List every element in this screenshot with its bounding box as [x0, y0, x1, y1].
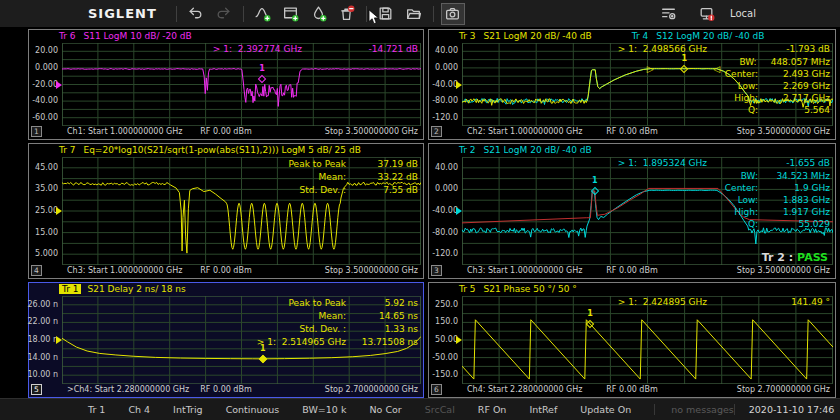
marker-1-label: 1 — [682, 55, 688, 63]
marker-1-label: 1 — [259, 65, 265, 73]
bandwidth-marker: ◁ — [713, 64, 720, 73]
add-trace-icon — [254, 5, 271, 22]
window-number[interactable]: 2 — [431, 126, 442, 137]
status-rf-output[interactable]: RF On — [478, 404, 507, 415]
window-number[interactable]: 1 — [31, 126, 42, 137]
trace-5-label[interactable]: Tr 5 — [459, 284, 475, 294]
status-active-trace[interactable]: Tr 1 — [88, 404, 105, 415]
y-tick: 45.00 — [18, 163, 58, 172]
add-window-icon — [282, 5, 299, 22]
bandwidth-marker: ▷ — [647, 64, 654, 73]
y-tick: 25.00 — [18, 206, 58, 215]
trace-window-1[interactable]: Tr 6S11 LogM 10 dB/ -20 dB 20.00 0.000 -… — [28, 29, 424, 140]
redo-icon — [215, 5, 232, 22]
trace-7-format: Eq=20*log10(S21/sqrt(1-pow(abs(S11),2)))… — [83, 145, 360, 155]
marker-readout: > 1: 2.498566 GHz-1.793 dB — [618, 44, 830, 54]
marker-1-label: 1 — [260, 345, 266, 353]
trace-window-2[interactable]: Tr 3S21 LogM 20 dB/ -40 dB Tr 4S12 LogM … — [428, 29, 836, 140]
add-window-button[interactable] — [279, 3, 303, 25]
grid-and-traces-svg — [462, 296, 833, 384]
y-tick: 18.00 n — [18, 335, 58, 344]
trace-window-6[interactable]: Tr 5S21 Phase 50 °/ 50 ° 250.0 150.0 50.… — [428, 282, 836, 398]
trace-4-label[interactable]: Tr 4 — [632, 31, 648, 41]
mouse-cursor — [368, 9, 379, 25]
screenshot-button[interactable] — [441, 3, 465, 25]
window-6-title: Tr 5S21 Phase 50 °/ 50 ° — [429, 283, 835, 296]
status-sweep-mode[interactable]: Continuous — [226, 404, 280, 415]
channel-footer: >Ch4: Start 2.280000000 GHzRF 0.00 dBmSt… — [29, 384, 423, 397]
trace-display-area: Tr 6S11 LogM 10 dB/ -20 dB 20.00 0.000 -… — [0, 27, 840, 398]
delete-button[interactable] — [335, 3, 359, 25]
add-marker-button[interactable] — [307, 3, 331, 25]
system-menu-button[interactable] — [656, 3, 680, 25]
status-reference[interactable]: IntRef — [529, 404, 557, 415]
trace-2-label[interactable]: Tr 2 — [459, 145, 475, 155]
trace-window-5-active[interactable]: Tr 1S21 Delay 2 ns/ 18 ns 26.00 n 22.00 … — [28, 282, 424, 398]
network-icon — [698, 5, 715, 22]
open-folder-icon — [405, 5, 422, 22]
message-area: no messages — [654, 404, 734, 415]
trace-window-4[interactable]: Tr 7Eq=20*log10(S21/sqrt(1-pow(abs(S11),… — [28, 143, 424, 279]
trace-7-label[interactable]: Tr 7 — [59, 145, 75, 155]
y-tick: -80.00 — [418, 96, 458, 105]
window-number[interactable]: 4 — [31, 265, 42, 276]
redo-button[interactable] — [212, 3, 236, 25]
y-tick: -50.00 — [418, 353, 458, 362]
status-active-channel[interactable]: Ch 4 — [128, 404, 150, 415]
window-number[interactable]: 3 — [431, 265, 442, 276]
channel-footer: Ch3: Start 1.000000000 GHzRF 0.00 dBmSto… — [29, 265, 423, 278]
plot-area-window-6[interactable]: > 1: 2.424895 GHz141.49 ° 1 — [462, 296, 833, 384]
y-axis-window-5: 26.00 n 22.00 n 18.00 n 14.00 n 10.00 n — [29, 296, 62, 384]
recall-button[interactable] — [402, 3, 426, 25]
plot-area-window-2[interactable]: > 1: 2.498566 GHz-1.793 dB BW:448.057 MH… — [462, 43, 833, 126]
plot-area-window-5[interactable]: Peak to Peak5.92 ns Mean:14.65 ns Std. D… — [62, 296, 421, 384]
limit-test-result: Tr 2 : PASS — [762, 251, 828, 264]
trace-3-label[interactable]: Tr 3 — [459, 31, 475, 41]
status-source-cal[interactable]: SrcCal — [425, 404, 455, 415]
system-menu-icon — [660, 5, 677, 22]
window-2-title: Tr 3S21 LogM 20 dB/ -40 dB Tr 4S12 LogM … — [429, 30, 835, 43]
toolbar-separator — [433, 6, 434, 22]
undo-button[interactable] — [184, 3, 208, 25]
status-if-bandwidth[interactable]: BW=10 k — [302, 404, 346, 415]
window-number[interactable]: 6 — [431, 384, 442, 395]
y-axis-window-1: 20.00 0.000 -20.00 -40.00 -60.00 — [29, 43, 62, 126]
plot-area-window-1[interactable]: > 1: 2.392774 GHz-14.721 dB 1 — [62, 43, 421, 126]
status-update[interactable]: Update On — [580, 404, 631, 415]
trace-5-format: S21 Phase 50 °/ 50 ° — [483, 284, 576, 294]
y-tick: -40.00 — [418, 206, 458, 215]
grid-and-traces-svg — [62, 43, 421, 126]
window-1-title: Tr 6S11 LogM 10 dB/ -20 dB — [29, 30, 423, 43]
y-tick: 250.0 — [418, 300, 458, 309]
plot-area-window-4[interactable]: Peak to Peak37.19 dB Mean:33.22 dB Std. … — [62, 157, 421, 265]
add-trace-button[interactable] — [251, 3, 275, 25]
y-tick: 0.000 — [418, 63, 458, 72]
y-tick: -20.00 — [18, 80, 58, 89]
trace-1-format: S21 Delay 2 ns/ 18 ns — [87, 284, 185, 294]
y-tick: 14.00 n — [18, 353, 58, 362]
y-axis-window-2: 40.00 0.000 -40.00 -80.00 -120.0 — [429, 43, 462, 126]
trace-6-label[interactable]: Tr 6 — [59, 31, 75, 41]
y-tick: 0.000 — [18, 63, 58, 72]
trace-statistics: Peak to Peak5.92 ns Mean:14.65 ns Std. D… — [203, 297, 418, 349]
window-number[interactable]: 5 — [31, 384, 42, 395]
status-correction[interactable]: No Cor — [369, 404, 401, 415]
trace-1-label-active[interactable]: Tr 1 — [59, 284, 81, 294]
toolbar-separator — [243, 6, 244, 22]
y-tick: 15.00 — [18, 228, 58, 237]
y-tick: 10.00 n — [18, 370, 58, 379]
plot-area-window-3[interactable]: > 1: 1.895324 GHz-1.655 dB BW:34.523 MHz… — [462, 157, 833, 265]
channel-footer: Ch4: Start 2.280000000 GHzRF 0.00 dBmSto… — [429, 384, 835, 397]
bandwidth-stats: BW:448.057 MHz Center:2.493 GHz Low:2.26… — [680, 56, 830, 116]
marker-1-label: 1 — [587, 310, 593, 318]
y-tick: -150.0 — [418, 370, 458, 379]
status-trigger[interactable]: IntTrig — [173, 404, 203, 415]
network-status-button[interactable] — [694, 3, 718, 25]
channel-footer: Ch1: Start 1.000000000 GHzRF 0.00 dBmSto… — [29, 126, 423, 139]
y-tick: 0.000 — [418, 184, 458, 193]
local-label[interactable]: Local — [730, 8, 756, 19]
y-tick: -40.00 — [18, 96, 58, 105]
y-tick: -120.0 — [418, 113, 458, 122]
trace-window-3[interactable]: Tr 2S21 LogM 20 dB/ -40 dB 40.00 0.000 -… — [428, 143, 836, 279]
window-3-title: Tr 2S21 LogM 20 dB/ -40 dB — [429, 144, 835, 157]
